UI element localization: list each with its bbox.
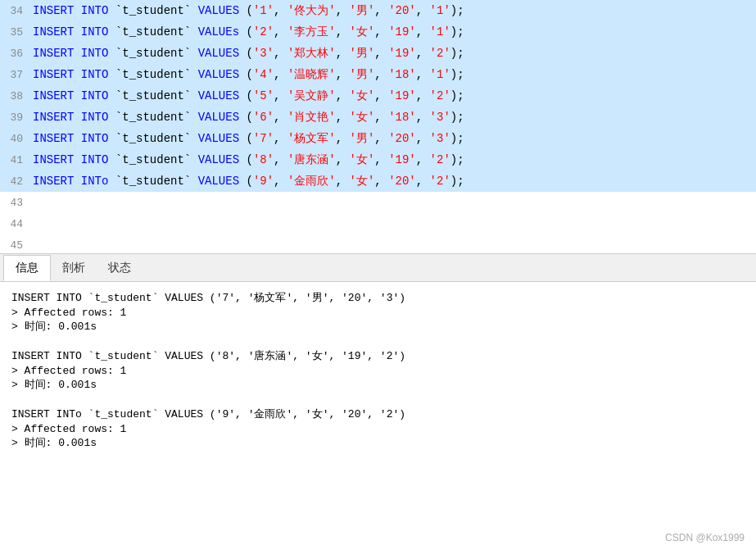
code-token: '1'	[253, 4, 274, 17]
tab-剖析[interactable]: 剖析	[51, 256, 97, 280]
code-line: 41INSERT INTO `t_student` VALUES ('8', '…	[0, 149, 756, 170]
code-token: (	[239, 4, 253, 17]
code-token: '1'	[430, 4, 450, 17]
code-line: 42INSERT INTo `t_student` VALUES ('9', '…	[0, 170, 756, 192]
code-token: );	[450, 25, 464, 39]
code-token: '1'	[430, 25, 450, 39]
tab-信息[interactable]: 信息	[3, 255, 51, 281]
code-token: `t_student`	[108, 68, 191, 81]
code-token: '2'	[430, 47, 450, 60]
code-token: ,	[336, 132, 350, 145]
code-token: '19'	[388, 25, 416, 39]
line-number: 41	[0, 154, 33, 166]
code-token: );	[450, 4, 464, 17]
code-token: `t_student`	[108, 47, 191, 60]
code-token: '2'	[430, 153, 450, 166]
code-token: ,	[374, 175, 388, 188]
code-token: ,	[274, 47, 287, 60]
code-token: INSERT INTO	[33, 132, 108, 145]
line-content: INSERT INTO `t_student` VALUES ('5', '吴文…	[33, 89, 756, 103]
code-token: '肖文艳'	[287, 111, 336, 124]
code-token: '19'	[388, 153, 416, 166]
code-token: '女'	[350, 111, 375, 124]
code-token: '6'	[253, 111, 274, 124]
output-time: > 时间: 0.001s	[11, 377, 745, 392]
code-token: (	[239, 68, 253, 81]
code-token: '郑大林'	[287, 47, 336, 60]
code-token: VALUES	[191, 4, 239, 17]
app-container: 34INSERT INTO `t_student` VALUES ('1', '…	[0, 0, 756, 550]
code-token: VALUES	[191, 89, 239, 102]
code-token: INSERT INTO	[33, 25, 108, 39]
line-content: INSERT INTO `t_student` VALUEs ('2', '李方…	[33, 25, 756, 39]
code-token: '3'	[430, 132, 450, 145]
code-token: INSERT INTO	[33, 89, 108, 102]
code-line: 44	[0, 213, 756, 234]
code-token: '20'	[388, 132, 416, 145]
code-token: '18'	[388, 68, 416, 81]
code-token: );	[450, 132, 464, 145]
code-token: ,	[274, 68, 287, 81]
output-block: INSERT INTO `t_student` VALUES ('8', '唐东…	[11, 348, 745, 392]
output-affected-rows: > Affected rows: 1	[11, 365, 745, 377]
line-content: INSERT INTO `t_student` VALUES ('4', '温晓…	[33, 67, 756, 82]
output-query: INSERT INTO `t_student` VALUES ('8', '唐东…	[11, 348, 745, 363]
line-number: 45	[0, 239, 33, 252]
code-token: '男'	[350, 132, 375, 145]
watermark: CSDN @Kox1999	[665, 532, 745, 543]
line-number: 40	[0, 133, 33, 145]
code-token: ,	[274, 89, 287, 102]
code-line: 39INSERT INTO `t_student` VALUES ('6', '…	[0, 107, 756, 128]
code-token: ,	[336, 89, 350, 102]
code-token: '9'	[253, 175, 274, 188]
code-token: VALUES	[191, 47, 239, 60]
code-token: ,	[416, 89, 430, 102]
line-content: INSERT INTo `t_student` VALUES ('9', '金雨…	[33, 174, 756, 189]
code-token: );	[450, 89, 464, 102]
code-token: ,	[374, 47, 388, 60]
output-query: INSERT INTo `t_student` VALUES ('9', '金雨…	[11, 407, 745, 421]
code-token: `t_student`	[108, 111, 191, 124]
line-content: INSERT INTO `t_student` VALUES ('8', '唐东…	[33, 152, 756, 167]
code-token: ,	[336, 175, 350, 188]
code-token: '女'	[350, 89, 375, 102]
code-token: INSERT INTo	[33, 175, 108, 188]
code-token: ,	[416, 111, 430, 124]
code-token: '女'	[350, 153, 375, 166]
code-token: '2'	[430, 175, 450, 188]
code-token: '金雨欣'	[287, 175, 336, 188]
code-line: 34INSERT INTO `t_student` VALUES ('1', '…	[0, 0, 756, 21]
code-token: `t_student`	[108, 132, 191, 145]
line-number: 38	[0, 90, 33, 102]
code-token: (	[239, 111, 253, 124]
code-token: INSERT INTO	[33, 47, 108, 60]
code-token: '3'	[253, 47, 274, 60]
code-token: VALUEs	[191, 25, 239, 39]
code-line: 35INSERT INTO `t_student` VALUEs ('2', '…	[0, 21, 756, 43]
code-token: );	[450, 47, 464, 60]
code-token: `t_student`	[108, 175, 191, 188]
code-line: 45	[0, 234, 756, 254]
code-lines: 34INSERT INTO `t_student` VALUES ('1', '…	[0, 0, 756, 254]
code-token: `t_student`	[108, 89, 191, 102]
code-token: '男'	[350, 4, 375, 17]
code-token: (	[239, 175, 253, 188]
code-token: ,	[274, 153, 287, 166]
code-token: '1'	[430, 68, 450, 81]
code-token: ,	[336, 4, 350, 17]
code-token: INSERT INTO	[33, 153, 108, 166]
code-token: '19'	[388, 89, 416, 102]
code-token: ,	[274, 4, 287, 17]
code-line: 43	[0, 192, 756, 213]
code-token: ,	[274, 175, 287, 188]
code-token: ,	[416, 175, 430, 188]
code-token: ,	[416, 4, 430, 17]
code-editor: 34INSERT INTO `t_student` VALUES ('1', '…	[0, 0, 756, 254]
output-affected-rows: > Affected rows: 1	[11, 307, 745, 319]
line-number: 37	[0, 69, 33, 81]
code-token: ,	[374, 132, 388, 145]
code-token: (	[239, 47, 253, 60]
code-token: VALUES	[191, 111, 239, 124]
tab-状态[interactable]: 状态	[97, 256, 143, 280]
code-token: '佟大为'	[287, 4, 336, 17]
